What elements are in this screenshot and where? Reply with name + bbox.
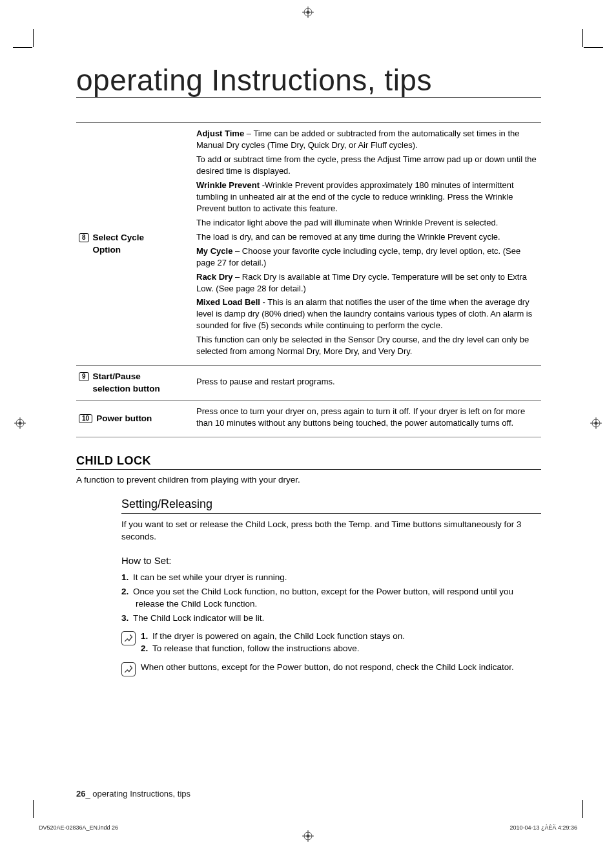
body-text: Press to pause and restart programs. (196, 377, 335, 386)
row-label-cell: 8Select Cycle Option (76, 123, 192, 366)
note-block: When other buttons, except for the Power… (121, 662, 541, 676)
table-row: 10Power buttonPress once to turn your dr… (76, 401, 541, 437)
subsection-setting-releasing: Setting/Releasing If you want to set or … (121, 497, 541, 676)
row-description: Press once to turn your dryer on, press … (192, 401, 541, 437)
body-text: This function can only be selected in th… (196, 335, 529, 356)
page-number: 26 (76, 789, 85, 799)
paragraph: The load is dry, and can be removed at a… (196, 231, 537, 243)
list-item: Once you set the Child Lock function, no… (133, 585, 541, 611)
crop-mark (582, 29, 583, 47)
body-text: Press once to turn your dryer on, press … (196, 406, 525, 428)
body-text: – Rack Dry is available at Time Dry cycl… (196, 272, 527, 293)
note-icon (121, 631, 136, 645)
step-number-badge: 9 (79, 372, 89, 381)
row-description: Press to pause and restart programs. (192, 366, 541, 401)
step-number-badge: 8 (79, 233, 89, 242)
paragraph: The indicator light above the pad will i… (196, 217, 537, 229)
body-text: The load is dry, and can be removed at a… (196, 232, 500, 242)
row-label: Select Cycle Option (93, 232, 174, 256)
note-list: If the dryer is powered on again, the Ch… (141, 631, 405, 655)
page-footer: 26_ operating Instructions, tips (76, 789, 190, 799)
row-label-cell: 10Power button (76, 401, 192, 437)
footer-text: _ operating Instructions, tips (85, 789, 190, 799)
subsection-text: If you want to set or release the Child … (121, 519, 541, 543)
table-row: 8Select Cycle OptionAdjust Time – Time c… (76, 123, 541, 366)
row-description: Adjust Time – Time can be added or subtr… (192, 123, 541, 366)
row-label: Start/Pause selection button (93, 371, 174, 395)
note-text: When other buttons, except for the Power… (141, 662, 514, 674)
paragraph: Wrinkle Prevent -Wrinkle Prevent provide… (196, 180, 537, 214)
controls-table: 8Select Cycle OptionAdjust Time – Time c… (76, 122, 541, 437)
note-icon (121, 662, 136, 676)
body-text: The indicator light above the pad will i… (196, 218, 498, 227)
paragraph: Rack Dry – Rack Dry is available at Time… (196, 271, 537, 295)
paragraph: Adjust Time – Time can be added or subtr… (196, 128, 537, 151)
svg-point-15 (307, 835, 310, 838)
registration-mark-icon (302, 830, 314, 842)
paragraph: Press to pause and restart programs. (196, 376, 537, 388)
list-item: If the dryer is powered on again, the Ch… (155, 631, 405, 643)
list-item: It can be set while your dryer is runnin… (133, 571, 541, 584)
body-text: – Time can be added or subtracted from t… (196, 129, 520, 150)
paragraph: Mixed Load Bell - This is an alarm that … (196, 297, 537, 331)
registration-mark-icon (590, 417, 602, 429)
page-title: operating Instructions, tips (76, 65, 541, 98)
list-item: The Child Lock indicator will be lit. (133, 612, 541, 625)
lead-term: Mixed Load Bell (196, 297, 260, 307)
paragraph: My Cycle – Choose your favorite cycle in… (196, 246, 537, 269)
crop-mark (33, 800, 34, 818)
paragraph: To add or subtract time from the cycle, … (196, 154, 537, 177)
paragraph: Press once to turn your dryer on, press … (196, 406, 537, 429)
paragraph: This function can only be selected in th… (196, 334, 537, 357)
crop-mark (33, 29, 34, 47)
section-heading-child-lock: CHILD LOCK (76, 454, 541, 470)
crop-mark (582, 800, 583, 818)
svg-point-7 (19, 422, 22, 425)
list-item: To release that function, follow the ins… (155, 643, 405, 655)
manual-page: operating Instructions, tips 8Select Cyc… (0, 0, 616, 847)
page-content: operating Instructions, tips 8Select Cyc… (76, 65, 541, 676)
crop-mark (584, 47, 603, 48)
note-block: If the dryer is powered on again, the Ch… (121, 631, 541, 655)
lead-term: Rack Dry (196, 272, 232, 282)
row-label-cell: 9Start/Pause selection button (76, 366, 192, 401)
crop-mark (13, 47, 32, 48)
lead-term: Wrinkle Prevent (196, 180, 260, 190)
body-text: – Choose your favorite cycle including c… (196, 246, 520, 267)
imprint-left: DV520AE-02836A_EN.indd 26 (39, 824, 118, 831)
table-row: 9Start/Pause selection buttonPress to pa… (76, 366, 541, 401)
lead-term: My Cycle (196, 246, 232, 256)
svg-point-3 (307, 11, 310, 14)
imprint-right: 2010-04-13 ¿ÀÈÄ 4:29:36 (509, 824, 577, 831)
section-intro: A function to prevent children from play… (76, 475, 541, 485)
step-number-badge: 10 (79, 414, 92, 423)
row-label: Power button (96, 413, 152, 425)
how-to-set-heading: How to Set: (121, 555, 541, 566)
lead-term: Adjust Time (196, 129, 244, 138)
registration-mark-icon (302, 6, 314, 18)
subsection-heading: Setting/Releasing (121, 497, 541, 514)
svg-point-11 (595, 422, 598, 425)
body-text: To add or subtract time from the cycle, … (196, 154, 537, 176)
how-to-set-list: It can be set while your dryer is runnin… (121, 571, 541, 624)
registration-mark-icon (14, 417, 26, 429)
